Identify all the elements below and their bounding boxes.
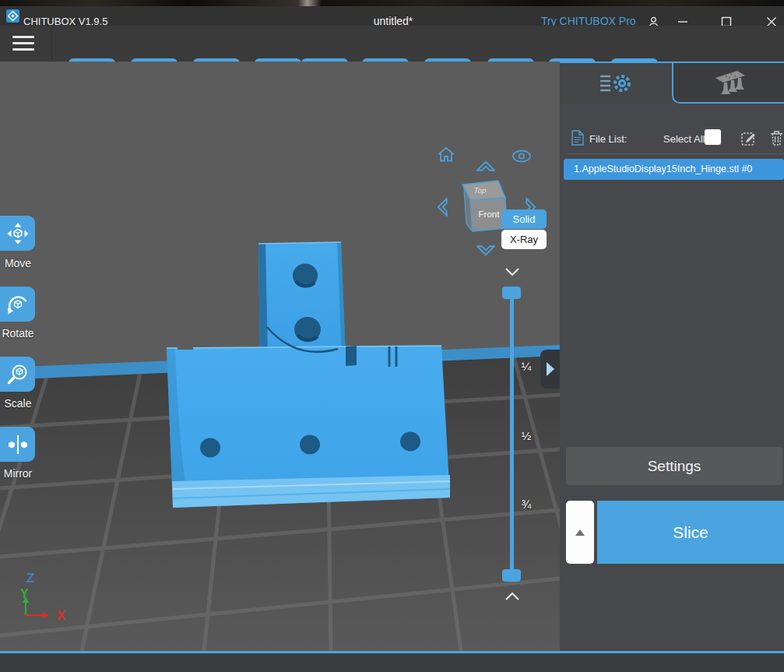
titlebar: CHITUBOX V1.9.5 untitled* Try CHITUBOX P… [0, 6, 784, 26]
desktop-background-strip [0, 0, 784, 6]
cube-front-label: Front [479, 209, 501, 219]
mirror-tool-button[interactable] [0, 427, 35, 462]
clipping-slider-track[interactable] [510, 291, 514, 576]
home-view-icon[interactable] [437, 146, 455, 167]
settings-button[interactable]: Settings [566, 447, 782, 485]
axis-indicator: Z Y X [14, 567, 88, 625]
axis-x-label: X [57, 609, 65, 622]
scale-tool-button[interactable] [0, 357, 35, 392]
chitubox-window: CHITUBOX V1.9.5 untitled* Try CHITUBOX P… [0, 0, 784, 672]
settings-gear-icon [598, 70, 634, 97]
rotate-left-arrow-icon[interactable] [436, 195, 453, 219]
delete-file-icon[interactable] [769, 129, 784, 150]
slice-button[interactable]: Slice [597, 501, 784, 564]
axis-y-label: Y [20, 587, 29, 600]
panel-expander-tab[interactable] [540, 350, 560, 389]
tab-support[interactable] [672, 63, 784, 104]
file-list-separator [566, 153, 784, 154]
mirror-tool-label: Mirror [0, 467, 37, 480]
rotate-down-arrow-icon[interactable] [474, 240, 497, 257]
select-all-label: Select All [663, 133, 705, 145]
model-hinge[interactable] [167, 242, 450, 508]
toolbar [0, 26, 784, 62]
mirror-icon [6, 433, 30, 456]
expander-triangle-icon [547, 362, 554, 376]
move-icon [6, 222, 30, 245]
view-mode-solid-button[interactable]: Solid [501, 209, 547, 229]
slider-label-quarter: ¼ [517, 360, 536, 373]
rotate-tool-button[interactable] [0, 287, 35, 322]
status-bar [0, 653, 784, 672]
tab-slice-settings[interactable] [560, 63, 672, 104]
move-tool-button[interactable] [0, 216, 35, 251]
rotate-up-arrow-icon[interactable] [474, 160, 497, 177]
up-triangle-icon [575, 530, 585, 536]
menu-button[interactable] [12, 36, 34, 51]
slider-collapse-chevron-icon[interactable] [505, 266, 520, 277]
support-icon [709, 68, 748, 97]
scale-tool-label: Scale [0, 397, 37, 410]
move-tool-label: Move [0, 257, 37, 269]
build-plate-and-model [0, 62, 560, 651]
file-list-icon [571, 130, 584, 149]
slider-expand-chevron-icon[interactable] [505, 591, 520, 602]
view-mode-xray-button[interactable]: X-Ray [501, 230, 547, 249]
rename-file-icon[interactable] [740, 129, 758, 150]
rotate-icon [6, 293, 30, 316]
clipping-slider-top-handle[interactable] [502, 287, 521, 299]
slice-expand-button[interactable] [566, 501, 594, 564]
app-logo-icon [6, 9, 19, 26]
viewport-3d[interactable]: Top Front Solid X-Ray ¼ ½ ¾ Z Y X [0, 62, 560, 651]
toolbar-separator [51, 28, 52, 59]
scale-icon [6, 363, 30, 386]
file-list-item[interactable]: 1.AppleStudioDisplay15Inch_Hinge.stl #0 [564, 159, 784, 180]
right-panel: File List: Select All 1.AppleStudioDispl… [560, 62, 784, 651]
cube-top-label: Top [473, 186, 487, 195]
eye-perspective-icon[interactable] [512, 149, 532, 167]
clipping-slider-bottom-handle[interactable] [502, 569, 521, 582]
axis-z-label: Z [26, 571, 34, 586]
select-all-checkbox[interactable] [705, 129, 721, 145]
slider-label-three-quarter: ¾ [517, 498, 536, 511]
file-list-label: File List: [589, 133, 627, 145]
rotate-tool-label: Rotate [0, 327, 37, 340]
slider-label-half: ½ [517, 429, 536, 442]
